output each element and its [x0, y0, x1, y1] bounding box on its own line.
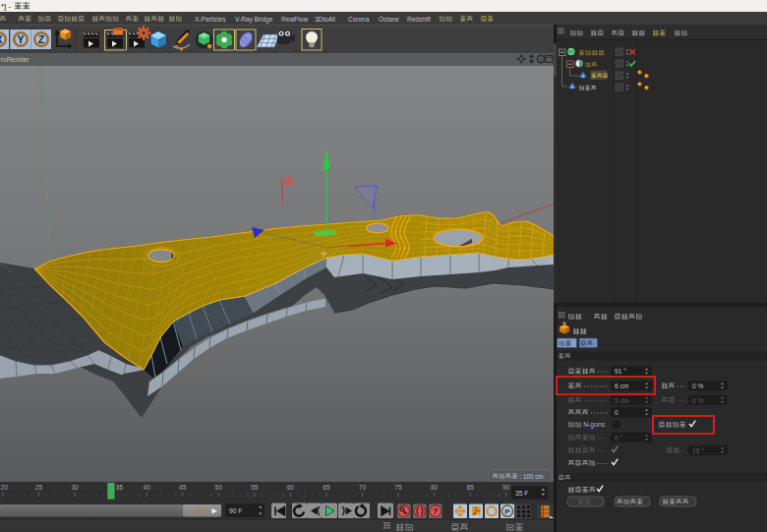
svg-text:45: 45 — [179, 484, 187, 491]
svg-text:25: 25 — [35, 484, 43, 491]
svg-text:Redshift: Redshift — [407, 16, 431, 23]
svg-text:Y: Y — [17, 33, 24, 45]
svg-text:X: X — [0, 33, 3, 45]
svg-text:Octane: Octane — [379, 16, 399, 23]
svg-text:roRender: roRender — [1, 56, 30, 63]
svg-text:V-Ray Bridge: V-Ray Bridge — [235, 16, 273, 24]
svg-text:55: 55 — [251, 484, 259, 491]
svg-text:90 F: 90 F — [229, 507, 242, 514]
svg-text:75: 75 — [394, 484, 402, 491]
svg-text:15 °: 15 ° — [692, 447, 704, 454]
svg-text:70: 70 — [359, 484, 367, 491]
svg-text:?: ? — [433, 506, 438, 516]
svg-text:0 %: 0 % — [692, 383, 703, 389]
svg-text:Z: Z — [38, 33, 45, 45]
svg-text:P: P — [504, 507, 510, 516]
svg-text:5 cm: 5 cm — [615, 397, 629, 404]
svg-text:0 %: 0 % — [692, 397, 703, 404]
svg-text:30: 30 — [71, 484, 79, 491]
svg-text:RealFlow: RealFlow — [281, 16, 308, 23]
svg-text:60: 60 — [287, 484, 295, 491]
svg-text:90 F: 90 F — [197, 507, 209, 514]
svg-text:0: 0 — [615, 409, 619, 416]
svg-text:20: 20 — [1, 484, 9, 491]
svg-text:3DtoAll: 3DtoAll — [315, 16, 336, 23]
svg-text:40: 40 — [143, 484, 150, 491]
svg-text:6 cm: 6 cm — [615, 383, 629, 389]
svg-text:0 °: 0 ° — [615, 435, 622, 442]
svg-text:85: 85 — [466, 484, 474, 491]
svg-text:80: 80 — [431, 484, 439, 491]
svg-text:50: 50 — [215, 484, 223, 491]
svg-text:90: 90 — [502, 484, 510, 491]
svg-text:35 F: 35 F — [515, 490, 528, 497]
svg-text:35: 35 — [116, 484, 124, 491]
svg-text:92: 92 — [313, 257, 319, 263]
svg-text:91 °: 91 ° — [615, 368, 626, 375]
svg-text:: 100 cm: : 100 cm — [519, 473, 543, 480]
svg-text:N-gons: N-gons — [583, 421, 606, 429]
svg-text:X-Particles: X-Particles — [195, 16, 226, 23]
svg-text:Corona: Corona — [348, 16, 370, 23]
svg-text:65: 65 — [323, 484, 330, 491]
svg-text:*] -: *] - — [1, 2, 12, 11]
